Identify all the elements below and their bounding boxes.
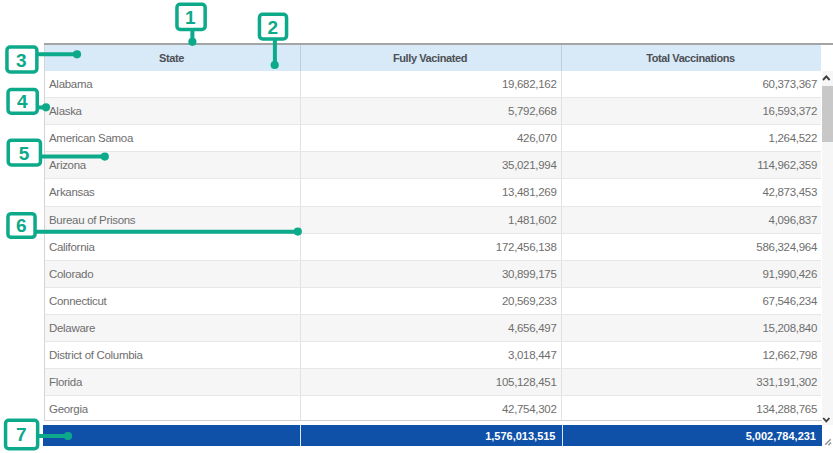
svg-text:6: 6 bbox=[16, 215, 27, 236]
svg-text:5: 5 bbox=[19, 143, 30, 164]
svg-text:7: 7 bbox=[16, 424, 27, 445]
svg-text:4: 4 bbox=[17, 91, 28, 112]
svg-text:1: 1 bbox=[185, 7, 196, 28]
svg-text:3: 3 bbox=[16, 50, 27, 71]
svg-text:2: 2 bbox=[268, 17, 279, 38]
